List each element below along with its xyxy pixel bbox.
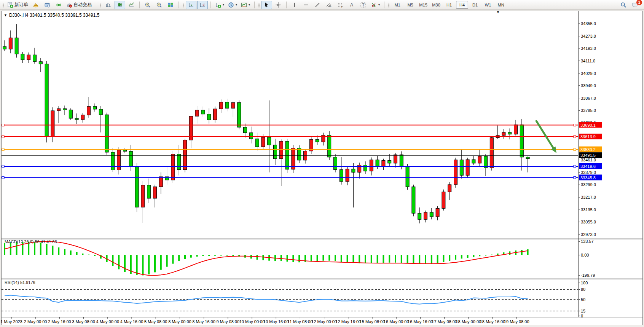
bar-chart-icon: [105, 2, 112, 8]
text-label-icon: T: [360, 2, 366, 8]
signal-button[interactable]: [53, 1, 64, 9]
chart-shift-button[interactable]: [197, 1, 208, 9]
profile-icon: [33, 2, 39, 8]
bar-chart-button[interactable]: [103, 1, 114, 9]
timeframe-button-D1[interactable]: D1: [469, 1, 481, 9]
timeframe-button-M15[interactable]: M15: [417, 1, 429, 9]
auto-trading-label: 自动交易: [73, 2, 92, 8]
timeframe-button-M5[interactable]: M5: [404, 1, 416, 9]
trendline-button[interactable]: [312, 1, 323, 9]
new-order-icon: [7, 2, 13, 8]
line-chart-icon: [128, 2, 134, 8]
crosshair-icon: [275, 2, 281, 8]
vertical-line-button[interactable]: [289, 1, 300, 9]
svg-text:T: T: [362, 3, 365, 7]
equidistant-channel-icon: E: [326, 2, 332, 8]
auto-trading-icon: [66, 2, 72, 8]
fibonacci-button[interactable]: F: [335, 1, 346, 9]
timeframe-bar: M1M5M15M30H1H4D1W1MN: [391, 1, 507, 9]
chart-title-collapse-icon[interactable]: ▼: [4, 13, 7, 17]
text-icon: A: [349, 2, 355, 8]
indicators-button[interactable]: ▾: [214, 1, 226, 9]
line-chart-button[interactable]: [126, 1, 137, 9]
text-label-button[interactable]: T: [358, 1, 368, 9]
indicators-icon: [215, 2, 221, 8]
zoom-out-button[interactable]: [154, 1, 164, 9]
horizontal-line-button[interactable]: [301, 1, 311, 9]
market-watch-button[interactable]: [42, 1, 53, 9]
zoom-in-button[interactable]: [142, 1, 153, 9]
templates-dropdown-arrow: ▾: [249, 3, 250, 6]
auto-trading-button[interactable]: 自动交易: [65, 1, 93, 9]
chart-window: [1, 11, 643, 325]
main-toolbar: 新订单 自动交易: [0, 0, 644, 10]
svg-text:E: E: [330, 5, 332, 8]
cursor-icon: [264, 2, 270, 8]
auto-scroll-icon: [188, 2, 194, 8]
notification-badge: 1: [636, 0, 642, 6]
new-order-button[interactable]: 新订单: [6, 1, 30, 9]
horizontal-line-icon: [303, 2, 309, 8]
svg-text:F: F: [341, 5, 343, 8]
shapes-dropdown-arrow: ▾: [378, 3, 380, 6]
tile-windows-icon: [167, 2, 174, 8]
rsi-indicator-label: RSI(14) 51.9176: [5, 280, 35, 285]
equidistant-channel-button[interactable]: E: [324, 1, 334, 9]
zoom-in-icon: [145, 2, 151, 8]
cursor-button[interactable]: [261, 1, 272, 9]
timeframe-button-W1[interactable]: W1: [482, 1, 494, 9]
text-button[interactable]: A: [346, 1, 357, 9]
notifications-button[interactable]: 1: [630, 1, 640, 9]
timeframe-button-MN[interactable]: MN: [495, 1, 507, 9]
arrows-icon: [371, 2, 377, 8]
search-icon: [620, 2, 626, 8]
timeframe-button-M30[interactable]: M30: [430, 1, 442, 9]
chart-title: ▼ DJ30-,H4 33481.5 33540.5 33391.5 33491…: [4, 13, 99, 18]
candlestick-chart-button[interactable]: [115, 1, 125, 9]
chart-title-text: DJ30-,H4 33481.5 33540.5 33391.5 33491.5: [9, 13, 100, 18]
chart-top-marker-icon: ▼: [496, 10, 500, 14]
svg-text:A: A: [350, 2, 353, 8]
shapes-button[interactable]: ▾: [369, 1, 381, 9]
chart-shift-icon: [199, 2, 206, 8]
chart-profile-button[interactable]: [30, 1, 41, 9]
signal-icon: [56, 2, 62, 8]
templates-icon: [241, 2, 247, 8]
indicators-dropdown-arrow: ▾: [223, 3, 224, 6]
period-dropdown-arrow: ▾: [236, 3, 237, 6]
macd-indicator-label: MACD(12,26,9) 56.41 41.63: [5, 239, 57, 244]
timeframe-button-H4[interactable]: H4: [456, 1, 468, 9]
auto-scroll-button[interactable]: [186, 1, 196, 9]
templates-button[interactable]: ▾: [239, 1, 252, 9]
market-watch-icon: [44, 2, 50, 8]
fibonacci-icon: F: [337, 2, 343, 8]
toolbar-grip[interactable]: [3, 2, 4, 8]
clock-icon: [228, 2, 234, 8]
trendline-icon: [314, 2, 320, 8]
tile-windows-button[interactable]: [165, 1, 176, 9]
new-order-label: 新订单: [14, 2, 28, 8]
search-button[interactable]: [618, 1, 629, 9]
zoom-out-icon: [156, 2, 162, 8]
crosshair-button[interactable]: [273, 1, 284, 9]
timeframe-button-H1[interactable]: H1: [443, 1, 455, 9]
timeframe-button-M1[interactable]: M1: [391, 1, 403, 9]
trading-terminal: 新订单 自动交易: [0, 0, 644, 327]
period-button[interactable]: ▾: [226, 1, 239, 9]
vertical-line-icon: [292, 2, 298, 8]
candlestick-chart-icon: [117, 2, 123, 8]
